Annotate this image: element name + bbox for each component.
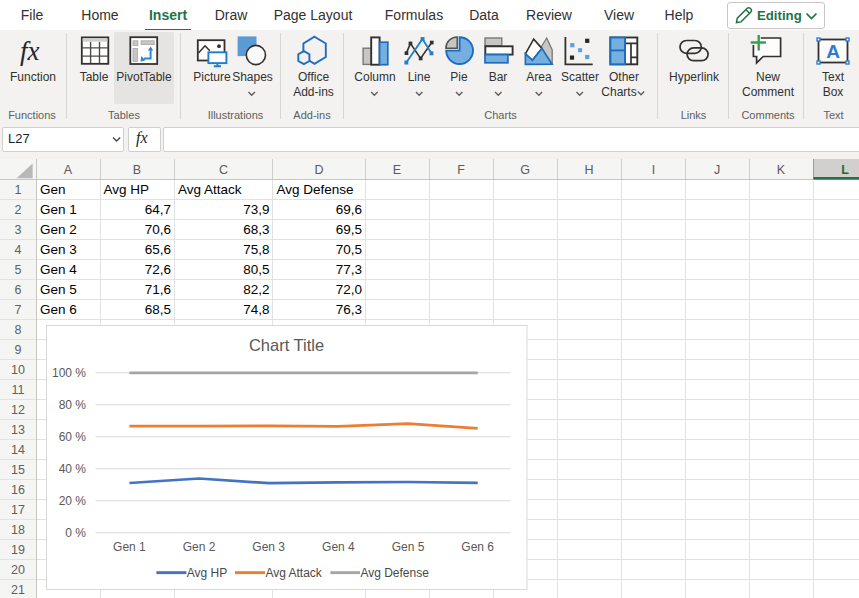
svg-text:76,3: 76,3 xyxy=(336,302,362,317)
svg-text:H: H xyxy=(584,163,593,177)
svg-text:Gen 4: Gen 4 xyxy=(322,540,355,554)
svg-text:13: 13 xyxy=(11,423,25,437)
svg-text:L: L xyxy=(841,163,849,177)
svg-text:6: 6 xyxy=(15,283,22,297)
svg-text:70,6: 70,6 xyxy=(145,222,171,237)
svg-text:Editing: Editing xyxy=(757,8,802,23)
svg-text:0 %: 0 % xyxy=(65,526,86,540)
svg-text:7: 7 xyxy=(15,303,22,317)
svg-text:17: 17 xyxy=(11,503,25,517)
svg-text:2: 2 xyxy=(15,203,22,217)
svg-text:69,6: 69,6 xyxy=(336,202,362,217)
svg-text:1: 1 xyxy=(15,183,22,197)
svg-text:64,7: 64,7 xyxy=(145,202,171,217)
svg-text:J: J xyxy=(714,163,720,177)
svg-text:19: 19 xyxy=(11,543,25,557)
svg-text:70,5: 70,5 xyxy=(336,242,362,257)
svg-text:80,5: 80,5 xyxy=(243,262,269,277)
svg-text:Gen 5: Gen 5 xyxy=(40,282,77,297)
svg-text:11: 11 xyxy=(12,383,25,397)
svg-text:15: 15 xyxy=(11,463,25,477)
svg-text:75,8: 75,8 xyxy=(243,242,269,257)
svg-text:18: 18 xyxy=(11,523,25,537)
svg-text:Gen 1: Gen 1 xyxy=(40,202,77,217)
svg-text:A: A xyxy=(64,163,73,177)
svg-text:I: I xyxy=(652,163,655,177)
svg-text:72,0: 72,0 xyxy=(336,282,362,297)
svg-text:20 %: 20 % xyxy=(59,494,87,508)
svg-text:68,5: 68,5 xyxy=(145,302,171,317)
svg-text:Gen 2: Gen 2 xyxy=(40,222,77,237)
svg-text:9: 9 xyxy=(15,343,22,357)
svg-text:Gen 6: Gen 6 xyxy=(40,302,77,317)
svg-text:8: 8 xyxy=(15,323,22,337)
svg-text:Gen 4: Gen 4 xyxy=(40,262,77,277)
svg-text:Chart Title: Chart Title xyxy=(249,336,324,354)
svg-text:20: 20 xyxy=(11,563,25,577)
svg-text:10: 10 xyxy=(11,363,25,377)
svg-text:C: C xyxy=(219,163,228,177)
svg-text:16: 16 xyxy=(11,483,25,497)
svg-text:B: B xyxy=(133,163,141,177)
svg-text:100 %: 100 % xyxy=(52,366,86,380)
svg-text:71,6: 71,6 xyxy=(145,282,171,297)
svg-text:14: 14 xyxy=(11,443,25,457)
svg-text:80 %: 80 % xyxy=(59,398,87,412)
svg-text:77,3: 77,3 xyxy=(336,262,362,277)
svg-text:Avg HP: Avg HP xyxy=(187,566,227,580)
svg-text:Gen: Gen xyxy=(40,182,66,197)
svg-text:21: 21 xyxy=(11,583,25,597)
svg-text:Avg Attack: Avg Attack xyxy=(265,566,322,580)
svg-text:Gen 3: Gen 3 xyxy=(40,242,77,257)
svg-text:Avg Attack: Avg Attack xyxy=(178,182,242,197)
svg-text:Avg HP: Avg HP xyxy=(104,182,150,197)
svg-text:Gen 6: Gen 6 xyxy=(461,540,494,554)
svg-text:73,9: 73,9 xyxy=(243,202,269,217)
svg-text:Avg Defense: Avg Defense xyxy=(360,566,429,580)
svg-text:Gen 1: Gen 1 xyxy=(113,540,146,554)
svg-text:G: G xyxy=(520,163,530,177)
svg-text:5: 5 xyxy=(15,263,22,277)
svg-text:E: E xyxy=(393,163,401,177)
svg-text:74,8: 74,8 xyxy=(243,302,269,317)
svg-text:D: D xyxy=(314,163,323,177)
svg-text:F: F xyxy=(457,163,465,177)
svg-text:72,6: 72,6 xyxy=(145,262,171,277)
svg-text:K: K xyxy=(777,163,786,177)
svg-text:Gen 3: Gen 3 xyxy=(252,540,285,554)
svg-text:82,2: 82,2 xyxy=(243,282,269,297)
svg-text:3: 3 xyxy=(15,223,22,237)
svg-text:60 %: 60 % xyxy=(59,430,87,444)
svg-text:fx: fx xyxy=(20,36,40,66)
svg-text:40 %: 40 % xyxy=(59,462,87,476)
svg-text:68,3: 68,3 xyxy=(243,222,269,237)
svg-text:69,5: 69,5 xyxy=(336,222,362,237)
svg-text:4: 4 xyxy=(15,243,22,257)
svg-text:Gen 5: Gen 5 xyxy=(392,540,425,554)
svg-text:65,6: 65,6 xyxy=(145,242,171,257)
svg-text:A: A xyxy=(826,41,840,62)
svg-text:Avg Defense: Avg Defense xyxy=(277,182,354,197)
svg-text:Gen 2: Gen 2 xyxy=(183,540,216,554)
svg-text:12: 12 xyxy=(11,403,25,417)
